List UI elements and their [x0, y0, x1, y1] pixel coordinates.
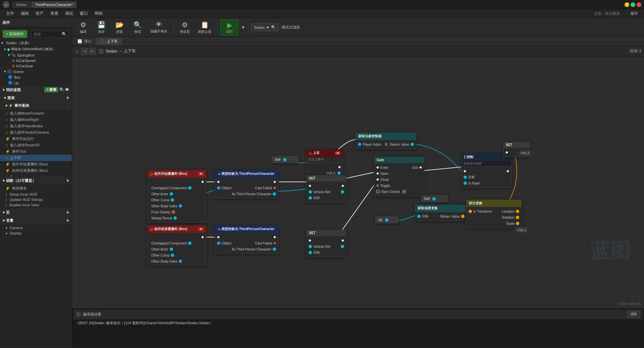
event-item-exit-enter[interactable]: ◇上下车 — [0, 155, 72, 161]
set2-exec-in[interactable] — [309, 239, 311, 242]
my-blueprint-header[interactable]: ▾ 我的蓝图 + 新增 🔍 👁 — [0, 86, 72, 94]
fn-construct[interactable]: ⚡构造脚本 — [0, 185, 72, 192]
event-item-overlap-end[interactable]: ⚡组件结束重叠时 (Box) — [0, 167, 72, 174]
scene-target-row[interactable]: 目标 Return Value — [415, 213, 467, 219]
event-item-moveforward[interactable]: ◇输入轴MoveForward — [0, 110, 72, 117]
set-exec-row[interactable] — [307, 183, 346, 189]
return-value-pin[interactable] — [411, 143, 414, 146]
end-other-actor-pin[interactable] — [170, 248, 173, 251]
self-node[interactable]: Self — [272, 156, 299, 163]
break-scale-row[interactable]: Scale — [467, 220, 521, 226]
ctrl-inpawn-row[interactable]: In Pawn — [462, 180, 511, 186]
class-defaults-button[interactable]: 📋 类默认值 — [195, 19, 215, 36]
tree-item-sedan[interactable]: ▾ Sedan（自身） — [0, 40, 72, 46]
event-item-handbrake[interactable]: ◇输入操作Handbrake — [0, 123, 72, 129]
close-node-icon[interactable]: ✕ — [198, 172, 204, 176]
end-overlapped-row[interactable]: Overlapped Component — [148, 240, 206, 246]
cast-tpc-1-node[interactable]: ⇢ 类型转换为 ThirdPersonCharacter Object — [215, 170, 278, 199]
cast2-failed-pin[interactable] — [273, 242, 276, 245]
breadcrumb-root[interactable]: Sedan — [106, 49, 117, 54]
run-dropdown-icon[interactable]: ▼ — [241, 25, 245, 30]
gate-enter-row[interactable]: Enter Exit — [374, 164, 424, 170]
set2-exec-out[interactable] — [341, 239, 344, 242]
cast2-exec-out[interactable] — [273, 236, 276, 238]
blueprint-canvas[interactable]: ◇ 组件开始重叠时 (Box) ✕ Overlapped Component — [72, 56, 644, 308]
tree-item-incargear[interactable]: A InCarGear — [0, 63, 72, 69]
set-vehicle-out[interactable] — [341, 190, 344, 194]
new-btn[interactable]: + 新增 — [44, 87, 58, 92]
menu-window[interactable]: 窗口 — [76, 10, 91, 17]
cast2-object-row[interactable]: Object Cast Failed — [215, 240, 278, 246]
menu-help[interactable]: 帮助 — [91, 10, 106, 17]
xiaobai-pin[interactable] — [337, 171, 341, 175]
overlap-start-node[interactable]: ◇ 组件开始重叠时 (Box) ✕ Overlapped Component — [148, 170, 206, 223]
end-other-comp-pin[interactable] — [171, 254, 174, 257]
tree-item-up[interactable]: 🔵 Up — [0, 80, 72, 86]
up-pin[interactable] — [385, 218, 388, 222]
from-sweep-pin[interactable] — [172, 210, 175, 214]
menu-edit[interactable]: 编辑 — [17, 10, 32, 17]
return-val-pin[interactable] — [461, 215, 465, 218]
add-macro-icon[interactable]: + — [66, 210, 69, 215]
get-scene-transform-node[interactable]: 获取场景变换 目标 Return Value — [415, 205, 467, 221]
fn-setup-incar[interactable]: ƒSetup Incar HUD — [0, 192, 72, 197]
break-rotation-row[interactable]: Rotation — [467, 214, 521, 220]
scale-pin[interactable] — [516, 222, 519, 225]
end-exec-row[interactable] — [148, 234, 206, 240]
end-overlapped-pin[interactable] — [188, 241, 192, 245]
set-exec-out[interactable] — [341, 185, 344, 187]
as-tpc-pin[interactable] — [273, 192, 276, 196]
gate-open-in[interactable] — [376, 172, 379, 175]
sweep-result-pin[interactable] — [173, 216, 177, 220]
close-icon[interactable]: ✕ — [335, 151, 340, 155]
cast2-object-in[interactable] — [217, 241, 220, 245]
end-other-comp-row[interactable]: Other Comp — [148, 252, 206, 258]
pin-other-body[interactable]: Other Body Index — [148, 203, 206, 209]
location-pin[interactable] — [516, 210, 519, 213]
tree-item-box[interactable]: 🔵 Box — [0, 74, 72, 80]
cast2-exec-row[interactable] — [215, 234, 278, 240]
menu-view[interactable]: 查看 — [47, 10, 62, 17]
end-other-actor-row[interactable]: Other Actor — [148, 246, 206, 252]
tree-item-vehiclemesh[interactable]: ▾ ◆ 网格体 (VehicleMesh) (继承) — [0, 46, 72, 52]
clear-button[interactable]: 清除 — [627, 311, 640, 318]
add-component-button[interactable]: + 添加组件 — [3, 30, 27, 38]
pin-from-sweep[interactable]: From Sweep — [148, 209, 206, 215]
gate-node[interactable]: Gate Enter Exit Open — [374, 157, 424, 196]
pin-sweep-result[interactable]: Sweep Result — [148, 215, 206, 221]
event-item-resetvr[interactable]: ◇输入操作ResetVR — [0, 142, 72, 148]
title-tab-thirdperson[interactable]: ThirdPersonCharacter* — [31, 1, 77, 8]
set-node-1[interactable]: SET Vehicle Ref — [306, 175, 346, 203]
set-vehicle-in[interactable] — [309, 190, 312, 194]
self-2-pin[interactable] — [432, 197, 436, 201]
maximize-btn[interactable] — [631, 2, 635, 7]
break-transform-node[interactable]: 拆分变换 In Transform Location Rotation — [466, 200, 522, 228]
start-closed-checkbox[interactable] — [376, 190, 380, 193]
set-vehicle-row[interactable]: Vehicle Ref — [307, 189, 346, 195]
enter-car-event-node[interactable]: ◇ 上车 ✕ 自定义事件 小白人 — [306, 149, 343, 178]
debug-search-icon[interactable]: 🔍 — [271, 25, 276, 29]
scene-target-in[interactable] — [417, 215, 421, 218]
minimize-btn[interactable] — [625, 2, 629, 7]
enter-exec-out[interactable] — [338, 166, 341, 168]
close-btn[interactable] — [637, 2, 641, 7]
gate-toggle-row[interactable]: Toggle — [374, 183, 424, 189]
event-item-tick[interactable]: ⚡事件Tick — [0, 148, 72, 155]
cast2-as-row[interactable]: As Third Person Character — [215, 246, 278, 252]
rotation-pin[interactable] — [516, 216, 519, 219]
find-button[interactable]: 🔍 查找 — [129, 19, 146, 36]
set2-target-in[interactable] — [309, 251, 312, 254]
pin-other-comp[interactable]: Other Comp — [148, 197, 206, 203]
save-button[interactable]: 💾 保存 — [93, 19, 110, 36]
gate-open-row[interactable]: Open — [374, 170, 424, 177]
event-graph-header[interactable]: ▾ ⚡ 事件图表 — [0, 102, 72, 110]
add-function-icon[interactable]: + — [66, 178, 69, 183]
gate-close-row[interactable]: Close — [374, 177, 424, 183]
self-pin[interactable] — [283, 158, 286, 161]
event-item-overlap-start[interactable]: ⚡组件开始重叠时 (Box) — [0, 161, 72, 167]
title-tab-sedan[interactable]: Sedan — [12, 1, 31, 8]
tree-item-scene[interactable]: ▾ ⬛ Scene — [0, 69, 72, 74]
event-item-begin[interactable]: ⚡事件开始运行 — [0, 136, 72, 142]
add-variable-icon[interactable]: + — [66, 218, 69, 223]
event-item-moveright[interactable]: ◇输入轴MoveRight — [0, 117, 72, 123]
